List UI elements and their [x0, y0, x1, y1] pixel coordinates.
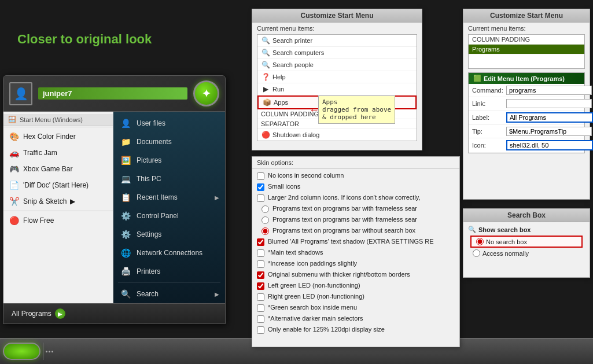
csm-panel-middle-title: Customize Start Menu	[252, 9, 422, 23]
125-checkbox[interactable]	[257, 326, 264, 334]
right-csm-label: Current menu items:	[463, 23, 590, 34]
left-green-checkbox[interactable]	[257, 282, 264, 290]
menu-item-documents[interactable]: 📁 Documents	[113, 133, 225, 151]
radio3[interactable]	[261, 227, 269, 235]
link-input[interactable]	[506, 99, 592, 108]
menu-item-search[interactable]: 🔍 Search ▶	[113, 285, 225, 303]
left-green-label: Left green LED (non-functioning)	[268, 281, 360, 289]
pictures-icon: 🖼️	[119, 154, 132, 167]
shutdown-csm-icon: 🔴	[261, 130, 270, 139]
alt-darker-label: *Alternative darker main selectors	[268, 314, 363, 322]
larger-icons-checkbox[interactable]	[257, 194, 264, 202]
search-icon: 🔍	[119, 288, 132, 300]
menu-item-recent-items[interactable]: 📋 Recent Items ▶	[113, 188, 225, 207]
right-csm-panel: Customize Start Menu Current menu items:…	[463, 9, 590, 200]
help-csm-icon: ❓	[261, 72, 270, 82]
run-csm-icon: ▶	[261, 84, 270, 94]
sidebar-item-flow-free[interactable]: 🔴 Flow Free	[3, 212, 113, 229]
skin-option-right-green: Right green LED (non-functioning)	[252, 291, 459, 302]
sidebar-item-snip[interactable]: ✂️ Snip & Sketch ▶	[3, 193, 113, 209]
main-text-label: *Main text shadows	[268, 248, 323, 256]
sidebar-item-hex-color[interactable]: 🎨 Hex Color Finder	[3, 128, 113, 145]
page-title: Closer to original look	[17, 32, 152, 47]
settings-icon: ⚙️	[119, 228, 132, 241]
separator2	[3, 211, 113, 211]
search-box-option-access: Access normally	[468, 248, 585, 258]
blurred-checkbox[interactable]	[257, 238, 264, 246]
apps-drag-note: Appsdragged from above& dropped here	[318, 95, 395, 124]
command-input[interactable]	[506, 86, 592, 95]
skin-option-small-icons: Small icons	[252, 181, 459, 192]
right-csm-title: Customize Start Menu	[463, 9, 590, 23]
start-menu-header: 👤 juniper7 ✦	[3, 76, 225, 112]
menu-item-pictures[interactable]: 🖼️ Pictures	[113, 151, 225, 170]
icon-input[interactable]	[506, 140, 593, 150]
menu-item-printers[interactable]: 🖨️ Printers	[113, 262, 225, 281]
blurred-label: Blurred 'All Programs' text shadow (EXTR…	[268, 237, 434, 245]
right-csm-item-column-padding: COLUMN PADDING	[469, 35, 584, 45]
pc-icon: 💻	[119, 172, 132, 185]
icon-padding-checkbox[interactable]	[257, 260, 264, 268]
search-box-group-icon: 🔍	[468, 226, 476, 233]
username-box: juniper7	[38, 87, 187, 100]
skin-option-no-icons: No icons in second column	[252, 170, 459, 181]
csm-list: 🔍 Search printer 🔍 Search computers 🔍 Se…	[257, 34, 417, 141]
pinned-header: 🪟 Start Menu (Windows)	[3, 114, 113, 126]
skin-option-main-text: *Main text shadows	[252, 247, 459, 258]
radio1[interactable]	[261, 205, 269, 213]
no-search-radio[interactable]	[476, 238, 484, 245]
csm-item-search-printer: 🔍 Search printer	[257, 35, 417, 47]
label-input[interactable]	[506, 112, 593, 123]
sidebar-item-diff-doc[interactable]: 📄 'Diff Doc' (Start Here)	[3, 177, 113, 193]
search-box-group-label: 🔍 Show search box	[468, 226, 585, 233]
xbox-button[interactable]: ✦	[193, 80, 219, 106]
flow-icon: 🔴	[8, 215, 20, 226]
menu-item-network[interactable]: 🌐 Network Connections	[113, 244, 225, 262]
taskbar-dots	[46, 351, 53, 352]
search-people-icon: 🔍	[261, 60, 270, 69]
alt-darker-checkbox[interactable]	[257, 315, 264, 323]
csm-item-shutdown: 🔴 Shutdown dialog	[257, 129, 417, 141]
no-icons-checkbox[interactable]	[257, 172, 264, 180]
menu-item-user-files[interactable]: 👤 User files	[113, 114, 225, 133]
windows-icon: 🪟	[8, 116, 16, 123]
link-label: Link:	[472, 100, 504, 107]
arrow-search: ▶	[215, 291, 219, 297]
small-icons-checkbox[interactable]	[257, 183, 264, 191]
sidebar-item-xbox[interactable]: 🎮 Xbox Game Bar	[3, 161, 113, 177]
menu-item-control-panel[interactable]: ⚙️ Control Panel	[113, 207, 225, 225]
start-menu: 👤 juniper7 ✦ 🪟 Start Menu (Windows) 🎨 He…	[3, 75, 226, 324]
tip-input[interactable]	[506, 127, 592, 136]
radio2[interactable]	[261, 216, 269, 224]
xbox-icon: 🎮	[8, 163, 20, 175]
right-green-label: Right green LED (non-functioning)	[268, 292, 364, 300]
search-box-title: Search Box	[463, 209, 590, 222]
icon-label: Icon:	[472, 142, 504, 149]
dot3	[51, 351, 53, 352]
original-submenu-checkbox[interactable]	[257, 271, 264, 279]
menu-item-settings[interactable]: ⚙️ Settings	[113, 225, 225, 244]
main-text-checkbox[interactable]	[257, 249, 264, 257]
sidebar-item-traffic-jam[interactable]: 🚗 Traffic Jam	[3, 145, 113, 161]
emi-title: 🟩 Edit Menu Item (Programs)	[469, 73, 584, 84]
apps-arrow-indicator: ←	[309, 104, 319, 116]
emi-icon: 🟩	[473, 75, 481, 82]
csm-item-search-people: 🔍 Search people	[257, 59, 417, 71]
radio2-label: Programs text on programs bar with frame…	[272, 215, 417, 223]
recent-icon: 📋	[119, 191, 132, 204]
start-menu-footer: All Programs ▶	[3, 303, 225, 323]
csm-item-help: ❓ Help	[257, 71, 417, 83]
skin-option-icon-padding: *Increase icon paddings slightly	[252, 258, 459, 269]
start-button[interactable]	[3, 343, 40, 360]
network-icon: 🌐	[119, 247, 132, 259]
skin-option-left-green: Left green LED (non-functioning)	[252, 280, 459, 291]
printer-icon: 🖨️	[119, 265, 132, 278]
access-normally-radio[interactable]	[473, 249, 480, 257]
right-green-checkbox[interactable]	[257, 293, 264, 301]
start-menu-body: 🪟 Start Menu (Windows) 🎨 Hex Color Finde…	[3, 112, 225, 303]
all-programs-button[interactable]: All Programs ▶	[8, 307, 69, 320]
menu-item-this-pc[interactable]: 💻 This PC	[113, 170, 225, 188]
dot2	[49, 351, 50, 352]
green-search-checkbox[interactable]	[257, 304, 264, 312]
right-csm-item-programs[interactable]: Programs	[469, 45, 584, 54]
